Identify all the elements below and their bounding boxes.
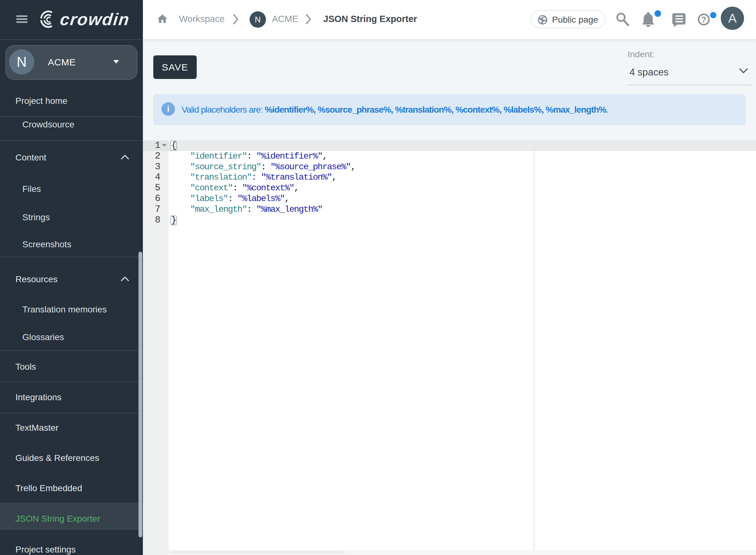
svg-text:?: ? <box>701 15 707 25</box>
